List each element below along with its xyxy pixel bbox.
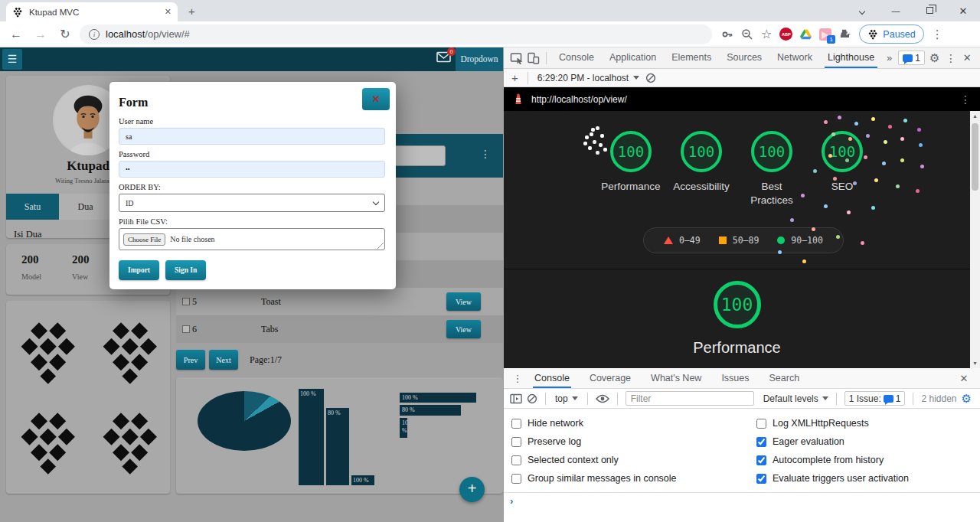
- setting-hide-network[interactable]: Hide network: [511, 414, 756, 432]
- browser-tab[interactable]: Ktupad MVC ✕: [6, 2, 178, 21]
- devtools-tab-lighthouse[interactable]: Lighthouse: [822, 47, 880, 68]
- choose-file-button[interactable]: Choose File: [123, 233, 165, 246]
- restore-button[interactable]: [913, 6, 946, 15]
- tab-search-icon[interactable]: [845, 6, 879, 15]
- context-selector[interactable]: top: [554, 393, 580, 404]
- view-button[interactable]: View: [446, 292, 481, 311]
- tab-satu[interactable]: Satu: [6, 194, 59, 220]
- devtools-tab-sources[interactable]: Sources: [720, 47, 768, 68]
- tab-close-icon[interactable]: ✕: [165, 7, 172, 17]
- score-best-practices[interactable]: 100 Best Practices: [737, 131, 807, 207]
- hidden-messages-label[interactable]: 2 hidden: [921, 393, 956, 404]
- report-menu-icon[interactable]: ⋮: [960, 93, 971, 106]
- drawer-tab-console[interactable]: Console: [525, 368, 579, 388]
- extension-badge: 1: [827, 35, 835, 44]
- setting-autocomplete-history[interactable]: Autocomplete from history: [756, 451, 972, 469]
- pink-extension-icon[interactable]: 1: [819, 28, 831, 41]
- drawer-tab-coverage[interactable]: Coverage: [580, 368, 640, 388]
- orderby-select[interactable]: ID: [119, 194, 385, 212]
- username-field[interactable]: [119, 128, 385, 145]
- extensions-puzzle-icon[interactable]: [839, 28, 851, 41]
- close-button[interactable]: ✕: [946, 5, 980, 17]
- more-tabs-icon[interactable]: »: [884, 52, 895, 64]
- devtools-tab-network[interactable]: Network: [771, 47, 818, 68]
- add-fab-button[interactable]: +: [459, 477, 485, 502]
- devtools-tab-elements[interactable]: Elements: [665, 47, 717, 68]
- clear-icon[interactable]: [645, 73, 656, 83]
- console-settings-icon[interactable]: ⚙: [962, 392, 972, 406]
- modal-close-button[interactable]: ✕: [362, 88, 390, 110]
- reload-button[interactable]: ↻: [55, 27, 75, 41]
- issues-counter[interactable]: 1: [898, 51, 925, 65]
- minimize-button[interactable]: —: [879, 6, 913, 15]
- score-accessibility[interactable]: 100 Accessibility: [666, 131, 737, 207]
- devtools-close-icon[interactable]: ✕: [961, 52, 974, 64]
- paused-extension-button[interactable]: Paused: [859, 24, 923, 44]
- signin-button[interactable]: Sign In: [165, 260, 206, 280]
- forward-button[interactable]: →: [31, 28, 51, 41]
- performance-detail-gauge[interactable]: 100 Performance: [504, 281, 970, 357]
- inspect-element-icon[interactable]: [510, 52, 524, 64]
- setting-preserve-log[interactable]: Preserve log: [511, 432, 756, 451]
- scrollbar-thumb[interactable]: [972, 123, 978, 191]
- scroll-down-icon[interactable]: ▼: [970, 358, 980, 368]
- drawer-menu-icon[interactable]: ⋮: [511, 373, 524, 384]
- devtools-tab-console[interactable]: Console: [553, 47, 600, 68]
- table-row[interactable]: 5 Toast View: [176, 288, 503, 315]
- mail-icon[interactable]: 0: [436, 51, 451, 63]
- panel-menu-icon[interactable]: ⋮: [480, 148, 491, 161]
- new-tab-button[interactable]: +: [188, 5, 195, 18]
- session-selector[interactable]: 6:29:20 PM - localhost: [537, 73, 639, 83]
- address-bar[interactable]: i localhost/op/view/#: [80, 24, 712, 44]
- drawer-tab-search[interactable]: Search: [760, 368, 809, 388]
- row-checkbox[interactable]: [182, 325, 190, 333]
- dropdown-button[interactable]: Dropdown: [456, 47, 503, 71]
- zoom-icon[interactable]: [741, 28, 753, 41]
- password-key-icon[interactable]: [721, 28, 733, 41]
- score-performance[interactable]: 100 Performance: [596, 131, 666, 207]
- console-sidebar-icon[interactable]: [510, 393, 522, 404]
- tab-dua[interactable]: Dua: [59, 194, 112, 220]
- next-button[interactable]: Next: [209, 350, 238, 370]
- live-expression-eye-icon[interactable]: [596, 394, 609, 403]
- bookmark-star-icon[interactable]: ☆: [761, 27, 772, 41]
- devtools-tab-application[interactable]: Application: [603, 47, 662, 68]
- console-filter-input[interactable]: [626, 391, 754, 406]
- devtools-menu-icon[interactable]: ⋮: [944, 52, 957, 64]
- log-levels-selector[interactable]: Default levels: [763, 393, 828, 404]
- lighthouse-url: http://localhost/op/view/: [531, 94, 952, 105]
- device-toolbar-icon[interactable]: [527, 52, 540, 64]
- view-button[interactable]: View: [446, 320, 481, 338]
- hamburger-menu-icon[interactable]: ☰: [2, 49, 22, 70]
- clear-console-icon[interactable]: [527, 393, 537, 404]
- devtools-settings-icon[interactable]: ⚙: [928, 51, 941, 65]
- import-button[interactable]: Import: [119, 260, 159, 280]
- drawer-close-icon[interactable]: ✕: [956, 373, 972, 384]
- pie-chart: [198, 391, 291, 451]
- score-seo[interactable]: 100 SEO: [807, 131, 877, 207]
- row-checkbox[interactable]: [182, 298, 190, 305]
- drawer-tab-whats-new[interactable]: What's New: [642, 368, 710, 388]
- resize-grip[interactable]: [377, 243, 384, 249]
- new-report-icon[interactable]: +: [511, 71, 518, 84]
- adblock-extension-icon[interactable]: ABP: [779, 28, 792, 41]
- setting-selected-context[interactable]: Selected context only: [511, 451, 756, 469]
- csv-file-input[interactable]: Choose File No file chosen: [119, 228, 385, 250]
- drive-extension-icon[interactable]: [800, 29, 812, 40]
- setting-eager-evaluation[interactable]: Eager evaluation: [756, 432, 972, 451]
- setting-evaluate-activation[interactable]: Evaluate triggers user activation: [756, 469, 972, 488]
- prev-button[interactable]: Prev: [176, 350, 205, 370]
- confetti-dots: [824, 120, 828, 124]
- setting-log-xhr[interactable]: Log XMLHttpRequests: [756, 414, 972, 432]
- password-field[interactable]: [119, 161, 385, 178]
- drawer-tab-issues[interactable]: Issues: [712, 368, 758, 388]
- table-row[interactable]: 6 Tabs View: [176, 315, 503, 343]
- scroll-up-icon[interactable]: ▲: [970, 111, 980, 121]
- chrome-menu-icon[interactable]: ⋮: [932, 28, 943, 41]
- setting-group-similar[interactable]: Group similar messages in console: [511, 469, 756, 488]
- console-prompt[interactable]: ›: [504, 493, 980, 508]
- site-info-icon[interactable]: i: [89, 29, 100, 40]
- back-button[interactable]: ←: [6, 28, 26, 41]
- drawer-issues-counter[interactable]: 1 Issue: 1: [844, 391, 906, 406]
- scrollbar[interactable]: ▲ ▼: [970, 111, 980, 368]
